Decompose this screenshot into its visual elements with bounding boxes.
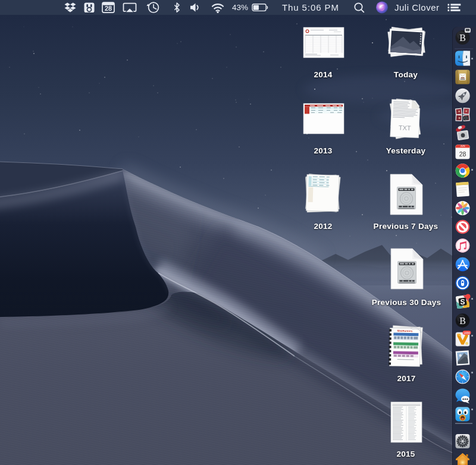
svg-text:28: 28	[105, 5, 112, 12]
svg-text:B: B	[459, 33, 466, 43]
svg-text:TXT: TXT	[399, 124, 412, 131]
svg-text:28: 28	[459, 150, 466, 158]
svg-text:JUN: JUN	[460, 144, 465, 147]
svg-text:43%: 43%	[232, 3, 248, 12]
svg-text:Thu 5:06 PM: Thu 5:06 PM	[282, 2, 339, 12]
svg-text:MacRumors: MacRumors	[397, 329, 413, 332]
svg-text:B: B	[459, 316, 466, 326]
svg-text:1656: 1656	[464, 331, 470, 335]
svg-text:Juli Clover: Juli Clover	[394, 2, 440, 12]
svg-text:S: S	[460, 298, 465, 306]
